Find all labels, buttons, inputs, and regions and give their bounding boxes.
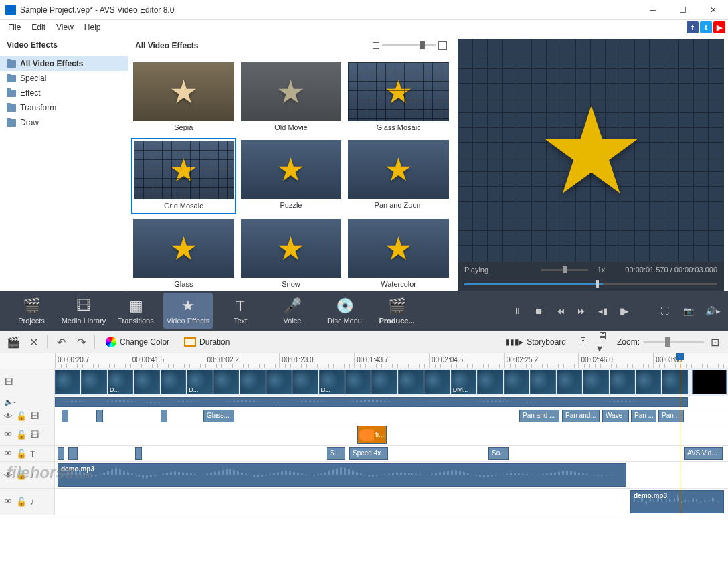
- video-clip[interactable]: [424, 370, 450, 394]
- undo-button[interactable]: ↶: [54, 335, 68, 349]
- duration-button[interactable]: Duration: [180, 335, 234, 349]
- text-clip[interactable]: [58, 447, 64, 460]
- close-button[interactable]: ✕: [698, 0, 728, 20]
- audio-clip[interactable]: demo.mp3: [58, 463, 626, 487]
- time-ruler[interactable]: 00:00:20.700:00:41.500:01:02.200:01:23.0…: [0, 353, 728, 368]
- effect-tile-old-movie[interactable]: ★Old Movie: [239, 60, 344, 135]
- video-clip[interactable]: [371, 370, 397, 394]
- fx-clip[interactable]: Glass...: [203, 410, 234, 422]
- delete-button[interactable]: ✕: [27, 335, 40, 349]
- video-clip[interactable]: [81, 370, 106, 394]
- video-clip[interactable]: [692, 370, 727, 394]
- toolbar-text[interactable]: TText: [215, 293, 265, 329]
- eye-icon[interactable]: 👁: [4, 470, 13, 480]
- overlay-clip[interactable]: fi...: [357, 426, 387, 444]
- video-clip[interactable]: D...: [108, 370, 133, 394]
- pause-button[interactable]: ⏸: [509, 302, 526, 319]
- lock-icon[interactable]: 🔓: [16, 449, 27, 459]
- fx-clip[interactable]: [62, 410, 68, 422]
- video-clip[interactable]: [213, 370, 239, 394]
- toolbar-media-library[interactable]: 🎞Media Library: [59, 293, 108, 329]
- text-track-body[interactable]: S...Speed 4xSo...AVS Vid...: [55, 446, 728, 461]
- toolbar-transitions[interactable]: ▦Transitions: [111, 293, 161, 329]
- video-clip[interactable]: [398, 370, 424, 394]
- preview-canvas[interactable]: ★: [458, 39, 724, 262]
- video-clip[interactable]: [134, 370, 159, 394]
- zoom-fit-button[interactable]: ⊡: [708, 335, 721, 349]
- video-clip[interactable]: [504, 370, 529, 394]
- menu-help[interactable]: Help: [79, 21, 106, 33]
- volume-button[interactable]: 🔊▸: [704, 302, 721, 319]
- effect-tile-glass[interactable]: ★Glass: [131, 217, 236, 291]
- twitter-icon[interactable]: t: [700, 21, 712, 33]
- video-clip[interactable]: [557, 370, 582, 394]
- fullscreen-button[interactable]: ⛶: [656, 302, 673, 319]
- text-clip[interactable]: S...: [327, 447, 345, 460]
- fx-clip[interactable]: Pan ...: [631, 410, 656, 422]
- video-clip[interactable]: [530, 370, 555, 394]
- monitor-button[interactable]: 🖥▾: [597, 335, 610, 349]
- video-clip[interactable]: [477, 370, 503, 394]
- menu-file[interactable]: File: [3, 21, 26, 33]
- text-clip[interactable]: So...: [488, 447, 509, 460]
- video-clip[interactable]: [662, 370, 687, 394]
- video-clip[interactable]: Divi...: [451, 370, 476, 394]
- effect-tile-sepia[interactable]: ★Sepia: [131, 60, 236, 135]
- lock-icon[interactable]: 🔓: [16, 470, 27, 480]
- toolbar-disc-menu[interactable]: 💿Disc Menu: [320, 293, 369, 329]
- text-clip[interactable]: AVS Vid...: [684, 447, 723, 460]
- video-clip[interactable]: [240, 370, 265, 394]
- step-back-button[interactable]: ◂▮: [594, 302, 612, 319]
- next-button[interactable]: ⏭: [573, 302, 590, 319]
- step-fwd-button[interactable]: ▮▸: [616, 302, 633, 319]
- video-clip[interactable]: [610, 370, 635, 394]
- maximize-button[interactable]: ☐: [668, 0, 698, 20]
- effect-tile-glass-mosaic[interactable]: ★Glass Mosaic: [346, 60, 451, 135]
- storyboard-toggle[interactable]: ▮▮▮▸ Storyboard: [501, 335, 570, 349]
- fx-clip[interactable]: Wave: [602, 410, 629, 422]
- sidebar-item-draw[interactable]: Draw: [0, 115, 128, 130]
- lock-icon[interactable]: 🔓: [16, 497, 27, 507]
- audio-track-2-body[interactable]: demo.mp3: [55, 489, 728, 515]
- prev-button[interactable]: ⏮: [551, 302, 569, 319]
- video-track-body[interactable]: D...D...D...Divi...: [55, 368, 728, 396]
- fx-clip[interactable]: Pan ...: [658, 410, 684, 422]
- video-clip[interactable]: [55, 370, 80, 394]
- audio-mix-button[interactable]: 🎚: [577, 335, 590, 349]
- sidebar-item-transform[interactable]: Transform: [0, 100, 128, 115]
- eye-icon[interactable]: 👁: [4, 497, 13, 507]
- overlay-track-body[interactable]: fi...: [55, 424, 728, 445]
- audio-clip[interactable]: demo.mp3: [630, 490, 724, 513]
- embedded-audio[interactable]: [55, 397, 688, 407]
- text-clip[interactable]: Speed 4x: [349, 447, 388, 460]
- video-clip[interactable]: [161, 370, 186, 394]
- video-audio-body[interactable]: [55, 396, 728, 408]
- facebook-icon[interactable]: f: [687, 21, 699, 33]
- video-clip[interactable]: [345, 370, 371, 394]
- video-clip[interactable]: [636, 370, 661, 394]
- zoom-slider[interactable]: [644, 341, 704, 343]
- effect-tile-grid-mosaic[interactable]: ★Grid Mosaic: [131, 138, 236, 214]
- fx-clip[interactable]: Pan and...: [562, 410, 600, 422]
- text-clip[interactable]: [135, 447, 142, 460]
- video-clip[interactable]: D...: [319, 370, 345, 394]
- youtube-icon[interactable]: ▶: [713, 21, 725, 33]
- toolbar-projects[interactable]: 🎬Projects: [7, 293, 56, 329]
- fx-clip[interactable]: Pan and ...: [519, 410, 559, 422]
- toolbar-produce[interactable]: 🎬Produce...: [372, 293, 422, 329]
- video-clip[interactable]: [292, 370, 318, 394]
- speed-slider[interactable]: [541, 269, 588, 271]
- lock-icon[interactable]: 🔓: [16, 430, 27, 440]
- eye-icon[interactable]: 👁: [4, 430, 13, 440]
- fx-clip[interactable]: [96, 410, 103, 422]
- text-clip[interactable]: [68, 447, 78, 460]
- video-clip[interactable]: D...: [187, 370, 212, 394]
- sidebar-item-effect[interactable]: Effect: [0, 86, 128, 100]
- stop-button[interactable]: ⏹: [530, 302, 547, 319]
- video-clip[interactable]: [583, 370, 608, 394]
- lock-icon[interactable]: 🔓: [16, 411, 27, 421]
- toolbar-video-effects[interactable]: ★Video Effects: [163, 293, 213, 329]
- change-color-button[interactable]: Change Color: [102, 335, 173, 349]
- seek-bar[interactable]: [458, 277, 724, 291]
- minimize-button[interactable]: ─: [638, 0, 668, 20]
